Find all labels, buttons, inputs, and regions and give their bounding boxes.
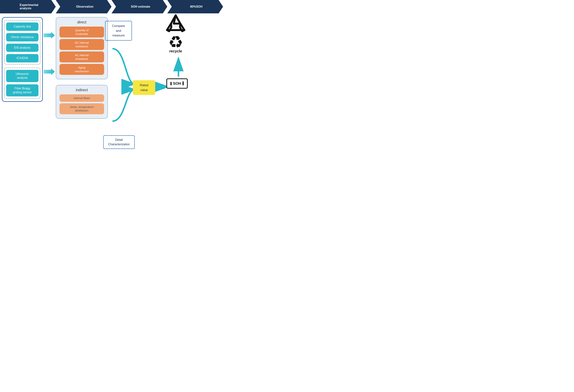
recycle-label: recycle [169,49,182,53]
header-arrow-soh-estimate: SOH estimate [112,0,167,13]
ac-resistance-box: AC internalresistance [60,51,104,62]
recycle-symbol: ♻ [168,34,183,51]
direct-box: direct Quantity ofCoulombs DC internalre… [56,17,108,79]
ultrasonic-analysis-box: Ultrasonicanalysis [6,70,39,82]
soh-battery-box: SOH [166,78,188,89]
arrow-to-direct [44,32,55,39]
fiber-bragg-box: Fiber Bragggrating sensor [6,84,39,97]
capacity-test-box: Capacity test [6,22,39,31]
svg-marker-0 [44,32,55,39]
svg-marker-1 [44,68,55,75]
aging-mechanism-box: Agingmechanism [60,64,104,75]
main-content: Capacity test Ohmic resistance EIS analy… [0,17,223,151]
ohmic-resistance-box: Ohmic resistance [6,33,39,41]
compare-measure-box: Compareandmeasure [105,21,132,41]
direct-title: direct [77,20,86,24]
battery-terminal-right [183,82,184,85]
header-row: Experimentalanalysis Observation SOH est… [0,0,223,13]
header-label-observation: Observation [76,5,93,8]
internal-flaws-box: internal flaws [60,94,104,102]
right-section: Compareandmeasure Ratedvalue SOH [111,17,221,151]
rated-value-box: Ratedvalue [133,80,155,95]
recycle-area: ♻ recycle [159,13,192,53]
header-arrow-observation: Observation [56,0,112,13]
header-label-soh-estimate: SOH estimate [131,5,150,8]
recycle-icon [164,13,188,36]
header-arrow-80soh: 80%SOH [167,0,223,13]
soh-text: SOH [173,81,181,86]
detail-characterization-box: DetailCharacterization [103,135,135,149]
obs-boxes-col: direct Quantity ofCoulombs DC internalre… [56,17,111,119]
ica-dva-box: ICA/DVA [6,54,39,62]
indirect-box: indirect internal flaws Strain, temperat… [56,85,108,119]
strain-temp-box: Strain, temperaturedistribution [60,103,104,114]
rated-value-label: Ratedvalue [140,83,148,92]
battery-terminal [170,82,172,85]
eis-analysis-box: EIS analysis [6,44,39,52]
left-panel: Capacity test Ohmic resistance EIS analy… [2,17,43,102]
top-group: Capacity test Ohmic resistance EIS analy… [4,20,40,65]
quantity-coulombs-box: Quantity ofCoulombs [60,27,104,38]
header-label-experimental: Experimentalanalysis [20,3,38,10]
indirect-title: indirect [76,88,88,92]
header-label-80soh: 80%SOH [190,5,203,8]
header-arrow-experimental: Experimentalanalysis [0,0,56,13]
detail-char-label: DetailCharacterization [108,138,130,146]
dc-resistance-box: DC internalresistance [60,39,104,50]
arrow-to-indirect [44,68,55,75]
bottom-group: Ultrasonicanalysis Fiber Bragggrating se… [4,68,40,99]
left-arrows-col [43,17,56,75]
compare-measure-label: Compareandmeasure [112,24,125,37]
